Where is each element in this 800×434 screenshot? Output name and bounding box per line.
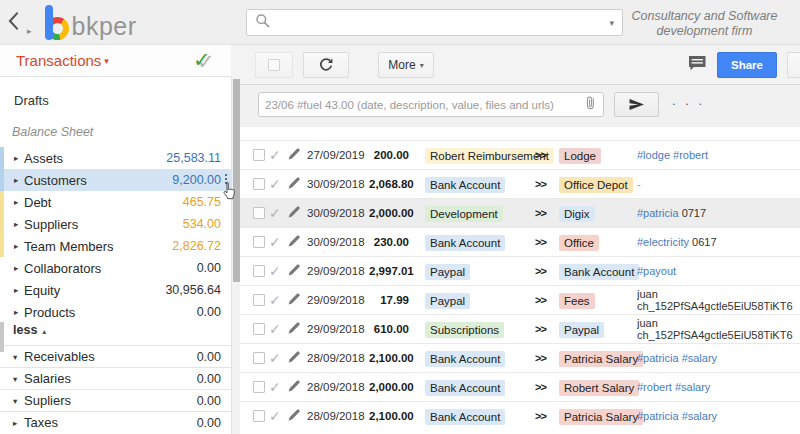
group-expand-arrow-icon[interactable]: ▾ [13, 352, 24, 362]
transaction-row[interactable]: ✓ 27/09/2019 200.00 Robert Reimbursement… [240, 140, 800, 169]
edit-pencil-icon[interactable] [287, 232, 307, 252]
transaction-row[interactable]: ✓ 30/09/2018 230.00 Bank Account >> Offi… [240, 227, 800, 256]
edit-pencil-icon[interactable] [287, 145, 307, 165]
edit-pencil-icon[interactable] [287, 406, 307, 426]
new-transaction-input[interactable] [259, 99, 583, 111]
from-account-chip[interactable]: Bank Account [425, 177, 505, 193]
transaction-row[interactable]: ✓ 29/09/2018 17.99 Paypal >> Fees juanch… [240, 285, 800, 314]
sidebar-account-row[interactable]: ▸ Equity 30,956.64 [0, 279, 231, 301]
edit-pencil-icon[interactable] [287, 174, 307, 194]
group-expand-arrow-icon[interactable]: ▾ [13, 396, 24, 406]
row-checkbox[interactable] [253, 323, 265, 335]
from-account-chip[interactable]: Bank Account [425, 409, 505, 425]
transaction-row[interactable]: ✓ 29/09/2018 2,997.01 Paypal >> Bank Acc… [240, 256, 800, 285]
chat-icon[interactable] [688, 55, 707, 76]
hashtag-link[interactable]: #electricity [637, 236, 689, 248]
sidebar-group-row[interactable]: ▾ Supliers 0.00 [0, 389, 231, 411]
account-expand-arrow-icon[interactable]: ▸ [14, 197, 24, 207]
row-checkbox[interactable] [253, 410, 265, 422]
from-account-chip[interactable]: Bank Account [425, 380, 505, 396]
sidebar-scroll-indicator[interactable] [0, 322, 4, 352]
hashtag-link[interactable]: #robert #salary [637, 381, 710, 393]
to-account-chip[interactable]: Robert Salary [559, 380, 639, 396]
group-expand-arrow-icon[interactable]: ▸ [13, 418, 24, 428]
group-expand-arrow-icon[interactable]: ▾ [13, 374, 24, 384]
to-account-chip[interactable]: Patricia Salary [559, 351, 643, 367]
from-account-chip[interactable]: Development [425, 206, 503, 222]
row-check-icon[interactable]: ✓ [269, 350, 287, 366]
account-expand-arrow-icon[interactable]: ▸ [14, 307, 24, 317]
composer-overflow-dots[interactable]: . . . [672, 93, 705, 108]
sidebar-account-row[interactable]: ▸ Customers 9,200.00 [0, 169, 231, 191]
account-expand-arrow-icon[interactable]: ▸ [14, 175, 24, 185]
sidebar-scrollbar-thumb[interactable] [233, 79, 240, 282]
account-expand-arrow-icon[interactable]: ▸ [14, 263, 24, 273]
account-expand-arrow-icon[interactable]: ▸ [14, 219, 24, 229]
from-account-chip[interactable]: Paypal [425, 264, 470, 280]
edit-pencil-icon[interactable] [287, 261, 307, 281]
hashtag-link[interactable]: #payout [637, 265, 676, 277]
select-all-checkbox-button[interactable] [255, 52, 293, 78]
send-transaction-button[interactable] [614, 92, 659, 117]
less-toggle[interactable]: less▴ [0, 323, 231, 343]
account-menu-dots-icon[interactable] [222, 172, 230, 186]
row-checkbox[interactable] [253, 236, 265, 248]
row-check-icon[interactable]: ✓ [269, 176, 287, 192]
to-account-chip[interactable]: Lodge [559, 148, 601, 164]
back-chevron-icon[interactable] [6, 11, 26, 33]
to-account-chip[interactable]: Fees [559, 293, 595, 309]
more-menu-button[interactable]: More▾ [378, 52, 434, 78]
transaction-row[interactable]: ✓ 28/09/2018 2,100.00 Bank Account >> Pa… [240, 401, 800, 430]
row-check-icon[interactable]: ✓ [269, 321, 287, 337]
row-check-icon[interactable]: ✓ [269, 379, 287, 395]
row-check-icon[interactable]: ✓ [269, 205, 287, 221]
account-expand-arrow-icon[interactable]: ▸ [14, 153, 24, 163]
row-checkbox[interactable] [253, 178, 265, 190]
search-box[interactable]: ▾ [246, 9, 623, 36]
transaction-row[interactable]: ✓ 30/09/2018 2,068.80 Bank Account >> Of… [240, 169, 800, 198]
partial-button-right-edge[interactable] [787, 52, 800, 78]
row-checkbox[interactable] [253, 149, 265, 161]
edit-pencil-icon[interactable] [287, 377, 307, 397]
verified-checks-icon[interactable]: ✓ ✓ [191, 47, 217, 73]
hashtag-link[interactable]: #patricia [637, 207, 679, 219]
to-account-chip[interactable]: Patricia Salary [559, 409, 643, 425]
sidebar-account-row[interactable]: ▸ Products 0.00 [0, 301, 231, 323]
from-account-chip[interactable]: Bank Account [425, 351, 505, 367]
hashtag-link[interactable]: #lodge #robert [637, 149, 708, 161]
sidebar-account-row[interactable]: ▸ Suppliers 534.00 [0, 213, 231, 235]
row-check-icon[interactable]: ✓ [269, 263, 287, 279]
from-account-chip[interactable]: Subscriptions [425, 322, 504, 338]
transaction-row[interactable]: ✓ 28/09/2018 2,100.00 Bank Account >> Pa… [240, 343, 800, 372]
to-account-chip[interactable]: Paypal [559, 322, 604, 338]
sidebar-group-row[interactable]: ▾ Receivables 0.00 [0, 345, 231, 367]
hashtag-link[interactable]: #patricia #salary [637, 352, 717, 364]
transaction-row[interactable]: ✓ 30/09/2018 2,000.00 Development >> Dig… [240, 198, 800, 227]
transaction-row[interactable]: ✓ 29/09/2018 610.00 Subscriptions >> Pay… [240, 314, 800, 343]
row-check-icon[interactable]: ✓ [269, 147, 287, 163]
bkper-logo[interactable]: ▸ bkper [27, 2, 137, 44]
sidebar-account-row[interactable]: ▸ Team Members 2,826.72 [0, 235, 231, 257]
sidebar-item-drafts[interactable]: Drafts [0, 90, 231, 111]
edit-pencil-icon[interactable] [287, 319, 307, 339]
to-account-chip[interactable]: Digix [559, 206, 595, 222]
transactions-view-selector[interactable]: Transactions▾ [16, 52, 109, 69]
sidebar-account-row[interactable]: ▸ Assets 25,583.11 [0, 147, 231, 169]
edit-pencil-icon[interactable] [287, 290, 307, 310]
share-button[interactable]: Share [717, 52, 777, 78]
sidebar-account-row[interactable]: ▸ Debt 465.75 [0, 191, 231, 213]
from-account-chip[interactable]: Bank Account [425, 235, 505, 251]
refresh-button[interactable] [303, 52, 349, 78]
edit-pencil-icon[interactable] [287, 203, 307, 223]
row-checkbox[interactable] [253, 352, 265, 364]
from-account-chip[interactable]: Paypal [425, 293, 470, 309]
sidebar-scrollbar-track[interactable] [231, 77, 240, 434]
attachment-paperclip-icon[interactable] [583, 94, 599, 116]
edit-pencil-icon[interactable] [287, 348, 307, 368]
to-account-chip[interactable]: Office Depot [559, 177, 633, 193]
sidebar-group-row[interactable]: ▸ Taxes 0.00 [0, 411, 231, 433]
row-checkbox[interactable] [253, 265, 265, 277]
transaction-row[interactable]: ✓ 28/09/2018 2,000.00 Bank Account >> Ro… [240, 372, 800, 401]
row-checkbox[interactable] [253, 294, 265, 306]
row-checkbox[interactable] [253, 381, 265, 393]
